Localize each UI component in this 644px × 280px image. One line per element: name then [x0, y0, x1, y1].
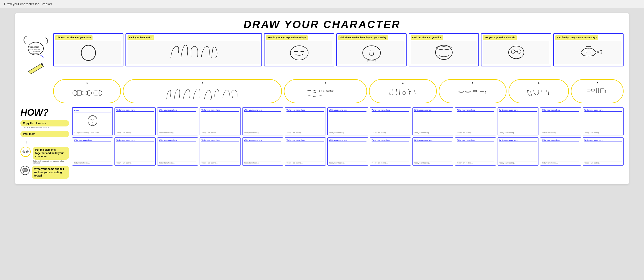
- svg-point-13: [509, 46, 524, 59]
- card-4-feeling: Today I am feeling...: [201, 131, 239, 134]
- svg-point-29: [330, 90, 333, 92]
- card-20[interactable]: Write your name here Today I am feeling.…: [327, 137, 368, 166]
- card-17-feeling: Today I am feeling...: [201, 161, 239, 164]
- top-section: WELCOME! BEFORE WE START, LET'S INTRODUC…: [20, 33, 624, 74]
- card-23-name: Write your name here: [457, 139, 494, 142]
- welcome-doodle: WELCOME! BEFORE WE START, LET'S INTRODUC…: [22, 33, 50, 60]
- svg-rect-38: [601, 88, 604, 93]
- card-22[interactable]: Write your name here Today I am feeling.…: [412, 137, 453, 166]
- card-18-feeling: Today I am feeling...: [244, 161, 281, 164]
- cards-row-1: Piera: [72, 107, 624, 135]
- how-step-2: Past them: [20, 131, 69, 137]
- speech-doodle-oval: [20, 166, 30, 175]
- step-4-card: Pick the nose that best fit your persona…: [336, 33, 407, 66]
- svg-text:LET'S INTRODUCE: LET'S INTRODUCE: [29, 51, 40, 52]
- card-21-drawing: [372, 143, 409, 160]
- how-section: HOW? Copy the elements ↑ CLICK AND PRESS…: [20, 107, 624, 179]
- card-12[interactable]: Write your name here Today I am feeling.…: [540, 107, 581, 135]
- card-11-name: Write your name here: [499, 109, 537, 112]
- svg-rect-19: [77, 90, 82, 96]
- eyes-doodle-svg: [22, 149, 29, 154]
- svg-point-20: [82, 91, 87, 95]
- card-21-feeling: Today I am feeling...: [372, 161, 409, 164]
- card-5-feeling: Today I am feeling...: [244, 131, 281, 134]
- card-8[interactable]: Write your name here Today I am feeling.…: [370, 107, 411, 135]
- card-9[interactable]: Write your name here Today I am feeling.…: [412, 107, 453, 135]
- options-section: 1 2: [20, 79, 624, 103]
- card-8-feeling: Today I am feeling...: [372, 131, 409, 134]
- card-23[interactable]: Write your name here Today I am feeling.…: [455, 137, 496, 166]
- card-16[interactable]: Write your name here Today I am feeling.…: [157, 137, 198, 166]
- card-13-feeling: Today I am feeling...: [584, 131, 622, 134]
- featured-card-name: Piera: [74, 109, 111, 112]
- svg-point-14: [511, 50, 515, 53]
- card-7[interactable]: Write your name here Today I am feeling.…: [327, 107, 368, 135]
- card-24[interactable]: Write your name here Today I am feeling.…: [498, 137, 538, 166]
- card-3-name: Write your name here: [159, 109, 196, 112]
- featured-card-drawing: [74, 113, 111, 130]
- card-21[interactable]: Write your name here Today I am feeling.…: [370, 137, 411, 166]
- card-22-feeling: Today I am feeling...: [414, 161, 452, 164]
- featured-card[interactable]: Piera: [72, 107, 113, 135]
- card-16-name: Write your name here: [159, 139, 196, 142]
- cards-row-2: Write your name here Today I am feeling.…: [72, 137, 624, 166]
- option-number-5: 5: [472, 82, 473, 84]
- card-18[interactable]: Write your name here Today I am feeling.…: [242, 137, 283, 166]
- options-oval-7: 7: [571, 79, 624, 103]
- card-10[interactable]: Write your name here Today I am feeling.…: [455, 107, 496, 135]
- card-25[interactable]: Write your name here Today I am feeling.…: [540, 137, 581, 166]
- how-step-3-bubble: Put the elements together and build your…: [33, 147, 69, 160]
- card-4[interactable]: Write your name here Today I am feeling.…: [200, 107, 240, 135]
- card-5[interactable]: Write your name here Today I am feeling.…: [242, 107, 283, 135]
- svg-rect-32: [541, 90, 546, 92]
- card-3[interactable]: Write your name here Today I am feeling.…: [157, 107, 198, 135]
- svg-text:BEFORE WE START,: BEFORE WE START,: [28, 49, 41, 50]
- accessories-options-svg: [574, 85, 620, 101]
- card-22-drawing: [414, 143, 452, 160]
- how-step-4: Write your name and tell us how you are …: [20, 166, 69, 179]
- svg-rect-43: [23, 169, 27, 172]
- welcome-area: WELCOME! BEFORE WE START, LET'S INTRODUC…: [20, 33, 51, 74]
- card-6[interactable]: Write your name here Today I am feeling.…: [285, 107, 326, 135]
- option-number-7: 7: [596, 82, 598, 84]
- card-2-drawing: [116, 113, 154, 130]
- card-19-drawing: [286, 143, 324, 160]
- svg-line-25: [313, 92, 316, 93]
- card-3-feeling: Today I am feeling...: [159, 131, 196, 134]
- svg-point-47: [90, 119, 91, 120]
- step-5-image: [411, 41, 477, 64]
- card-23-feeling: Today I am feeling...: [457, 161, 494, 164]
- card-26[interactable]: Write your name here Today I am feeling.…: [583, 137, 624, 166]
- card-18-drawing: [244, 143, 281, 160]
- step-7-label: And finally... any special accessory?: [555, 35, 598, 40]
- card-2[interactable]: Write your name here Today I am feeling.…: [114, 107, 155, 135]
- card-26-name: Write your name here: [584, 139, 622, 142]
- eyes-options-svg: [288, 85, 363, 101]
- step-2-label: Find your best look :): [128, 35, 154, 40]
- how-title: HOW?: [20, 107, 69, 118]
- eyes-doodle-oval: [20, 147, 31, 157]
- welcome-svg: WELCOME! BEFORE WE START, LET'S INTRODUC…: [22, 33, 50, 59]
- card-17[interactable]: Write your name here Today I am feeling.…: [200, 137, 240, 166]
- card-17-name: Write your name here: [201, 139, 239, 142]
- how-step-3: Put the elements together and build your…: [20, 147, 69, 164]
- svg-point-21: [94, 90, 98, 96]
- pencil-doodle: [26, 61, 46, 74]
- card-18-name: Write your name here: [244, 139, 281, 142]
- card-13[interactable]: Write your name here Today I am feeling.…: [583, 107, 624, 135]
- options-oval-4: 4: [369, 79, 437, 103]
- card-7-feeling: Today I am feeling...: [329, 131, 366, 134]
- card-19-feeling: Today I am feeling...: [286, 161, 324, 164]
- svg-point-27: [323, 90, 325, 92]
- card-15[interactable]: Write your name here Today I am feeling.…: [114, 137, 155, 166]
- card-17-drawing: [201, 143, 239, 160]
- svg-text:personality: personality: [367, 60, 376, 62]
- card-19[interactable]: Write your name here Today I am feeling.…: [285, 137, 326, 166]
- card-14[interactable]: Write your name here Today I am feeling.…: [72, 137, 113, 166]
- card-11[interactable]: Write your name here Today I am feeling.…: [498, 107, 538, 135]
- options-oval-3: 3: [284, 79, 367, 103]
- arrow-doodle: ↓: [26, 139, 69, 145]
- card-14-feeling: Today I am feeling...: [74, 161, 111, 164]
- card-26-feeling: Today I am feeling...: [584, 161, 622, 164]
- card-8-name: Write your name here: [372, 109, 409, 112]
